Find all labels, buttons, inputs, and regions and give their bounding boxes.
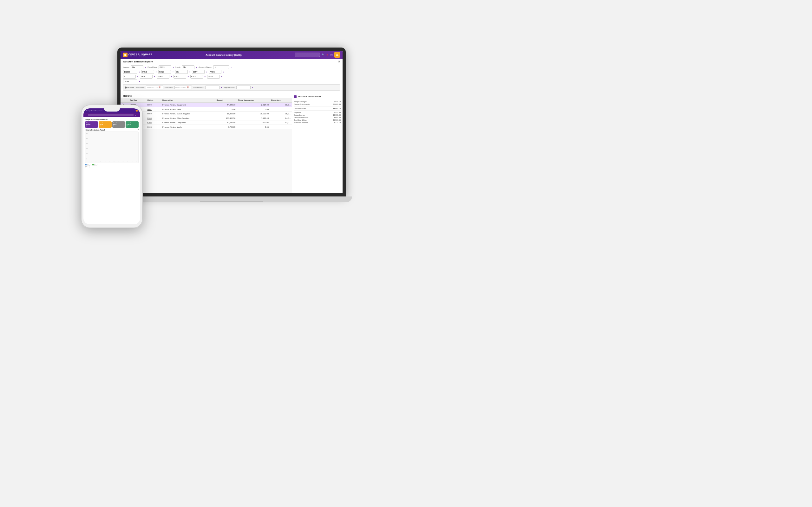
col-object[interactable]: Object [146,98,161,102]
chart-x-label: 23 [136,161,137,162]
phone-card[interactable]: Available $70.8 M [125,121,139,128]
prog-input[interactable]: PROG [209,70,221,74]
ledger-filter-icon[interactable]: ▼ [145,66,146,68]
fund-filter-icon[interactable]: ▼ [155,71,157,73]
row-budget: 44,840.10 [215,102,237,107]
info-value: 2,517.00 [334,112,341,113]
high-amount-input[interactable] [236,86,251,89]
search-icon[interactable]: 🔍 [322,54,324,56]
end-date-input[interactable]: MM/DD/YYYY 📅 [174,86,192,89]
info-value: 3,000.00 [334,117,341,118]
user-avatar[interactable]: JL [334,52,340,58]
func-filter-icon[interactable]: ▼ [172,71,174,73]
row-encumbrance [270,125,292,129]
phone-card[interactable]: Budget $72.0 M [85,121,98,128]
col-encumbrance[interactable]: Encumbr... [270,98,292,102]
help-button[interactable]: ❓ Help [326,54,333,56]
card-sub: M [100,125,111,127]
cash-input[interactable]: CASH [123,79,137,83]
stcd-filter-icon[interactable]: ▼ [204,76,206,78]
ledger-select[interactable]: GL▾ [131,65,143,69]
info-label: Pre Encumbrance: [294,117,309,118]
chart-x-labels: 1314151617181920212223 [91,161,137,162]
phone-cards: Budget $72.0 M Actual $0.6 M Encumbrance… [85,121,139,128]
table-row[interactable]: 101200 6000 Finance Admin / Equipment 44… [120,102,292,107]
back-button[interactable]: ← [85,114,87,116]
phone-status-icons: ▶ 📶 [135,110,138,112]
high-amount-filter-icon[interactable]: ▼ [252,87,253,89]
table-row[interactable]: 101200 6001 Finance Admin / Tools 0.00 0… [120,107,292,112]
filter-area: Ledger: GL▾ ▼ Fiscal Year: 2022▾ ▼ Level… [120,64,343,93]
type-filter-icon[interactable]: ▼ [154,76,155,78]
col-budget[interactable]: Budget [215,98,237,102]
sumy-input[interactable]: SUMY [157,75,169,78]
field6-filter-icon[interactable]: ▼ [137,76,139,78]
low-amount-filter-icon[interactable]: ▼ [221,87,222,89]
start-date-input[interactable]: MM/DD/YYYY 📅 [146,86,163,89]
high-amount-label: High Amount: [223,87,235,89]
sub-header: Account Balance Inquiry ⚙ [120,59,343,64]
cash-filter-icon[interactable]: ▼ [139,80,140,82]
row-object: 6100 [146,116,161,120]
func-input[interactable]: FUNC [158,70,171,74]
div-input[interactable]: DIV [175,70,188,74]
cate-filter-icon[interactable]: ▼ [188,76,189,78]
table-row[interactable]: 101200 6050 Finance Admin / Svcs & Suppl… [120,112,292,116]
settings-icon[interactable]: ⚙ [338,60,340,63]
account-status-select[interactable]: ▾ [213,65,229,69]
col-description[interactable]: Description [161,98,215,102]
header-search[interactable] [295,53,320,57]
phone-card[interactable]: Actual $0.6 M [99,121,112,128]
help-label: Help [329,54,333,56]
fiscal-year-select[interactable]: 2022▾ [159,65,171,69]
phone-search-bar[interactable] [88,114,134,116]
row-fiscal-actual: -492.05 [237,120,270,125]
chart-x-label: 14 [96,161,96,162]
col-fiscal-year-actual[interactable]: Fiscal Year Actual [237,98,270,102]
chart-expand-icon[interactable]: ⤢ [138,129,139,131]
table-row[interactable]: 101200 6103 Finance Admin / Meals 5,709.… [120,125,292,129]
div-filter-icon[interactable]: ▼ [189,71,191,73]
chart-x-label: 18 [113,161,114,162]
header-right: 🔍 ❓ Help JL [295,52,340,58]
prog-filter-icon[interactable]: ▼ [223,71,224,73]
more-button[interactable]: ⋮ [137,114,138,116]
phone: demoprod.centralsquare.com ▶ 📶 ← ↺ ⋮ Bud… [81,105,143,228]
col-org-key[interactable]: Org Key [129,98,146,102]
stcd-input[interactable]: STCD [190,75,203,78]
logo-icon: ▣ [123,53,128,57]
sumy-filter-icon[interactable]: ▼ [171,76,172,78]
row-budget: 5,709.65 [215,125,237,129]
dept-filter-icon[interactable]: ▼ [206,71,207,73]
info-label: Available Balance: [294,122,308,124]
level-filter-icon[interactable]: ▼ [196,66,197,68]
account-number-input[interactable]: 101200 [123,70,137,74]
info-label: Budget Adjustments: [294,103,310,105]
level-select[interactable]: OB▾ [182,65,194,69]
table-row[interactable]: 101200 6100 Finance Admin / Office Suppl… [120,116,292,120]
row-fiscal-actual: 10,000.00 [237,112,270,116]
app: ▣ CENTRALSQUARE TECHNOLOGIES Account Bal… [120,51,343,193]
fund-input[interactable]: FUND [142,70,154,74]
row-description: Finance Admin / Tools [161,107,215,112]
cafr-input[interactable]: CAFR [207,75,220,78]
field6-input[interactable]: 6 [123,75,136,78]
chart-x-label: 15 [100,161,101,162]
reload-button[interactable]: ↺ [135,114,136,116]
account-number-filter-icon[interactable]: ▼ [139,71,140,73]
dept-input[interactable]: DEPT [192,70,205,74]
legend-item: Budget [85,164,90,166]
phone-card[interactable]: Encumbrances $0.6 M [112,121,125,128]
row-object: 6102 [146,120,161,125]
fiscal-year-filter-icon[interactable]: ▼ [172,66,174,68]
row-encumbrance: 43,0... [270,120,292,125]
type-input[interactable]: TYPE [140,75,153,78]
side-panel-header: Account Information [294,95,341,99]
cate-input[interactable]: CATE [173,75,186,78]
cafr-filter-icon[interactable]: ▼ [221,76,223,78]
row-encumbrance: 38,0... [270,102,292,107]
account-status-filter-icon[interactable]: ▼ [230,66,232,68]
phone-chart-title: Historic Budget vs. Actual ⤢ [85,129,139,131]
table-row[interactable]: 101200 6102 Finance Admin / Computers 63… [120,120,292,125]
low-amount-input[interactable] [205,86,219,89]
